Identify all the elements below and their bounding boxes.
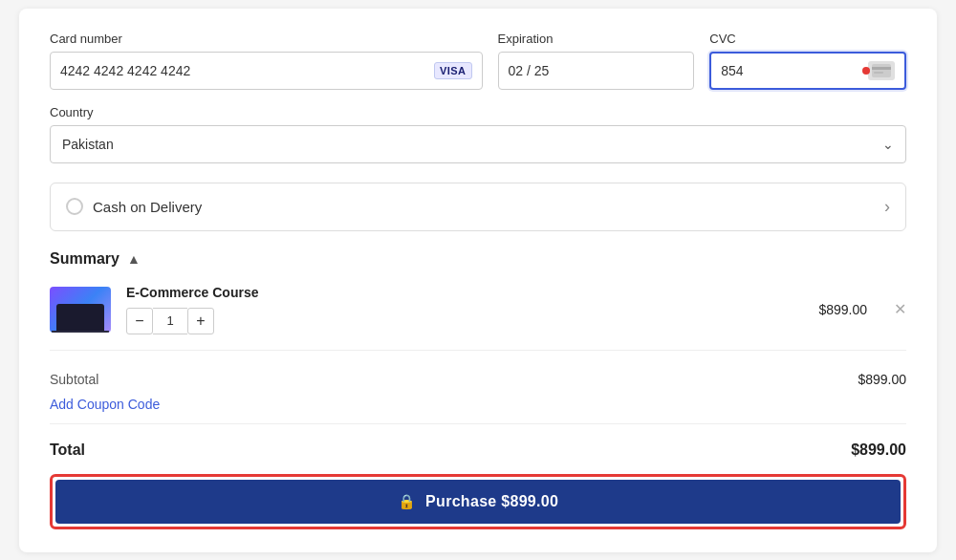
- radio-button-cod[interactable]: [66, 198, 83, 215]
- quantity-input[interactable]: [153, 308, 187, 334]
- purchase-button-wrapper: 🔒 Purchase $899.00: [50, 474, 906, 529]
- cvc-group: CVC: [709, 32, 906, 90]
- cart-item-price: $899.00: [818, 302, 867, 317]
- total-value: $899.00: [851, 442, 906, 459]
- expiration-label: Expiration: [498, 32, 695, 46]
- divider: [50, 423, 906, 424]
- expiration-input-wrapper: [498, 52, 695, 90]
- country-field-group: Country Pakistan United States United Ki…: [50, 105, 906, 163]
- laptop-shape-icon: [56, 304, 104, 331]
- summary-toggle-icon[interactable]: ▲: [127, 251, 141, 267]
- svg-rect-1: [872, 67, 891, 70]
- total-label: Total: [50, 442, 85, 459]
- coupon-row: Add Coupon Code: [50, 393, 906, 416]
- cvc-card-icon: [868, 61, 895, 80]
- cvc-error-dot: [862, 67, 870, 75]
- card-fields-row: Card number VISA Expiration CVC: [50, 32, 906, 90]
- add-coupon-link[interactable]: Add Coupon Code: [50, 393, 160, 416]
- purchase-button-label: Purchase $899.00: [425, 493, 558, 510]
- lock-icon: 🔒: [398, 493, 416, 510]
- country-select-wrapper: Pakistan United States United Kingdom In…: [50, 125, 906, 163]
- quantity-decrease-button[interactable]: −: [126, 308, 153, 334]
- subtotal-row: Subtotal $899.00: [50, 366, 906, 393]
- expiration-group: Expiration: [498, 32, 695, 90]
- cart-item-row: E-Commerce Course − + $899.00 ✕: [50, 285, 906, 351]
- card-number-group: Card number VISA: [50, 32, 483, 90]
- remove-item-button[interactable]: ✕: [894, 302, 906, 317]
- payment-option-left: Cash on Delivery: [66, 198, 202, 215]
- country-select[interactable]: Pakistan United States United Kingdom In…: [62, 137, 894, 152]
- visa-icon: VISA: [434, 62, 472, 79]
- quantity-controls: − +: [126, 308, 803, 334]
- expiration-input[interactable]: [509, 63, 684, 78]
- cvc-label: CVC: [709, 32, 906, 46]
- quantity-increase-button[interactable]: +: [187, 308, 214, 334]
- card-number-input[interactable]: [60, 63, 434, 78]
- subtotal-label: Subtotal: [50, 372, 98, 387]
- country-label: Country: [50, 105, 906, 119]
- cash-on-delivery-option[interactable]: Cash on Delivery ›: [50, 183, 906, 231]
- card-number-input-wrapper: VISA: [50, 52, 483, 90]
- total-row: Total $899.00: [50, 432, 906, 474]
- purchase-button[interactable]: 🔒 Purchase $899.00: [55, 480, 901, 524]
- cvc-input[interactable]: [721, 63, 868, 78]
- subtotal-value: $899.00: [858, 372, 906, 387]
- summary-title: Summary: [50, 250, 120, 268]
- svg-rect-0: [872, 64, 891, 77]
- chevron-right-icon: ›: [884, 197, 890, 217]
- card-number-label: Card number: [50, 32, 483, 46]
- cod-label: Cash on Delivery: [93, 199, 202, 215]
- cart-item-info: E-Commerce Course − +: [126, 285, 803, 334]
- cart-item-name: E-Commerce Course: [126, 285, 803, 300]
- cvc-input-wrapper: [709, 52, 906, 90]
- summary-header: Summary ▲: [50, 250, 906, 268]
- svg-rect-2: [874, 72, 883, 74]
- product-thumbnail: [50, 287, 111, 333]
- checkout-container: Card number VISA Expiration CVC: [19, 9, 937, 552]
